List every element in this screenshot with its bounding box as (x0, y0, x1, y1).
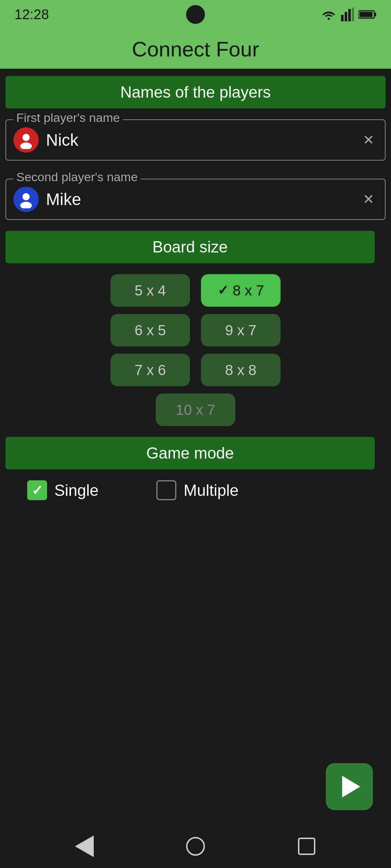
player2-name-input[interactable] (46, 190, 352, 209)
svg-rect-1 (341, 15, 344, 21)
app-title: Connect Four (132, 37, 259, 61)
player1-label: First player's name (13, 111, 123, 125)
player1-avatar-icon (17, 131, 35, 149)
board-btn-8x8-label: 8 x 8 (225, 362, 257, 378)
nav-recents-button[interactable] (294, 834, 319, 859)
nav-recents-icon (298, 838, 315, 855)
mode-single[interactable]: Single (27, 480, 98, 500)
game-mode-section: Game mode Single Multiple (5, 437, 386, 500)
svg-rect-6 (374, 13, 376, 16)
board-btn-8x7[interactable]: ✓ 8 x 7 (201, 274, 281, 307)
svg-rect-7 (360, 12, 373, 17)
player1-name-input[interactable] (46, 130, 352, 150)
multiple-mode-label: Multiple (184, 481, 239, 499)
player2-avatar-icon (17, 190, 35, 208)
play-button[interactable] (326, 763, 373, 810)
player2-clear-button[interactable]: ✕ (360, 190, 378, 208)
status-time: 12:28 (14, 7, 49, 22)
camera-notch (186, 5, 205, 24)
single-checkbox[interactable] (27, 480, 47, 500)
mode-multiple[interactable]: Multiple (156, 480, 239, 500)
player2-avatar (13, 187, 39, 212)
player1-inner: ✕ (13, 127, 378, 153)
svg-point-11 (20, 202, 32, 208)
player2-inner: ✕ (13, 187, 378, 212)
signal-icon (341, 8, 354, 21)
play-icon (342, 776, 360, 797)
board-btn-9x7[interactable]: 9 x 7 (201, 314, 281, 346)
svg-point-10 (22, 193, 30, 200)
status-bar: 12:28 (0, 0, 391, 29)
board-btn-10x7-label: 10 x 7 (176, 402, 215, 418)
svg-point-8 (22, 134, 30, 141)
nav-home-icon (186, 837, 205, 856)
app-header: Connect Four (0, 29, 391, 69)
board-btn-10x7[interactable]: 10 x 7 (156, 393, 235, 426)
nav-back-button[interactable] (72, 834, 97, 859)
board-row-2: 6 x 5 9 x 7 (110, 314, 281, 346)
board-row-4: 10 x 7 (156, 393, 235, 426)
player1-avatar (13, 127, 39, 153)
nav-back-icon (75, 835, 94, 857)
battery-icon (358, 9, 377, 20)
svg-rect-2 (345, 12, 347, 21)
svg-point-9 (20, 142, 32, 149)
board-btn-6x5-label: 6 x 5 (135, 322, 166, 339)
player2-label: Second player's name (13, 170, 140, 184)
player1-clear-button[interactable]: ✕ (360, 131, 378, 149)
board-btn-7x6[interactable]: 7 x 6 (110, 354, 190, 386)
board-btn-5x4-label: 5 x 4 (135, 282, 166, 299)
game-mode-banner-text: Game mode (146, 444, 234, 462)
board-size-banner-text: Board size (152, 238, 228, 256)
board-btn-9x7-label: 9 x 7 (225, 322, 257, 339)
player2-field-container: Second player's name ✕ (5, 179, 386, 220)
board-row-1: 5 x 4 ✓ 8 x 7 (110, 274, 281, 307)
names-section-banner: Names of the players (5, 76, 386, 109)
single-mode-label: Single (54, 481, 98, 499)
multiple-checkbox[interactable] (156, 480, 176, 500)
svg-point-0 (328, 18, 330, 20)
svg-rect-4 (352, 8, 354, 21)
board-btn-8x7-label: 8 x 7 (233, 282, 264, 299)
board-size-grid: 5 x 4 ✓ 8 x 7 6 x 5 9 x 7 7 x 6 8 x 8 (5, 274, 386, 426)
board-size-banner: Board size (5, 231, 375, 263)
game-mode-banner: Game mode (5, 437, 375, 469)
bottom-nav (0, 825, 391, 868)
mode-options: Single Multiple (5, 480, 386, 500)
board-btn-6x5[interactable]: 6 x 5 (110, 314, 190, 346)
svg-rect-3 (348, 9, 351, 21)
board-btn-7x6-label: 7 x 6 (135, 362, 166, 378)
wifi-icon (321, 9, 337, 20)
board-row-3: 7 x 6 8 x 8 (110, 354, 281, 386)
player1-field-container: First player's name ✕ (5, 119, 386, 161)
board-btn-8x7-check-icon: ✓ (218, 283, 228, 298)
player-fields: First player's name ✕ Second player's na… (5, 119, 386, 220)
board-size-section: Board size 5 x 4 ✓ 8 x 7 6 x 5 9 x 7 7 x… (5, 231, 386, 426)
names-banner-text: Names of the players (120, 83, 271, 101)
nav-home-button[interactable] (183, 834, 208, 859)
status-icons (321, 8, 377, 21)
board-btn-5x4[interactable]: 5 x 4 (110, 274, 190, 307)
board-btn-8x8[interactable]: 8 x 8 (201, 354, 281, 386)
